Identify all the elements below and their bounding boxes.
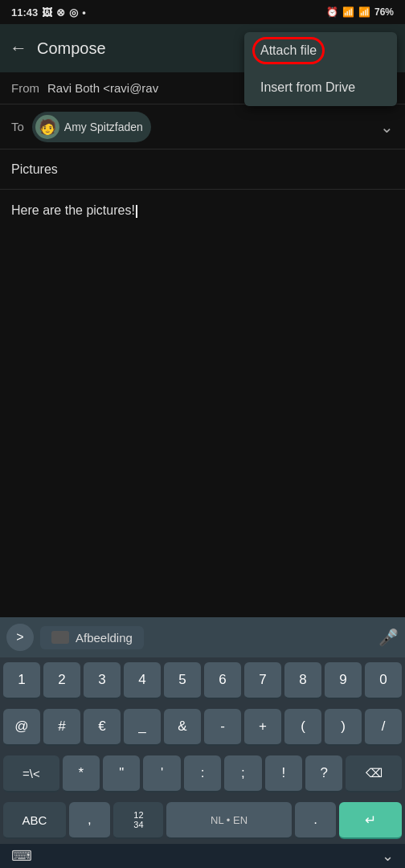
number-row: 1 2 3 4 5 6 7 8 9 0 [0,657,405,704]
key-plus[interactable]: + [244,709,281,746]
key-underscore[interactable]: _ [124,709,161,746]
to-label: To [11,120,24,133]
symbol-row-1: @ # € _ & - + ( ) / [0,704,405,751]
gallery-icon: 🖼 [42,6,52,18]
key-euro[interactable]: € [84,709,121,746]
key-apostrophe[interactable]: ' [143,755,180,792]
key-5[interactable]: 5 [164,662,201,699]
key-1234[interactable]: 1234 [113,802,163,839]
bottom-row: ABC , 1234 NL • EN . ↵ [0,797,405,844]
key-1[interactable]: 1 [3,662,40,699]
key-exclaim[interactable]: ! [265,755,302,792]
status-right: ⏰ 📶 📶 76% [326,6,394,18]
key-special[interactable]: =\< [3,755,59,792]
recipient-chip[interactable]: 🧑 Amy Spitzfaden [32,112,151,142]
key-comma[interactable]: , [69,802,111,839]
key-abc[interactable]: ABC [3,802,66,839]
text-cursor [136,205,137,218]
key-2[interactable]: 2 [43,662,80,699]
image-icon [51,631,69,644]
key-0[interactable]: 0 [365,662,402,699]
to-row[interactable]: To 🧑 Amy Spitzfaden ⌄ [0,104,405,149]
keyboard-area: > Afbeelding 🎤 1 2 3 4 5 6 7 8 9 0 @ # €… [0,617,405,868]
keyboard-icon[interactable]: ⌨ [11,847,32,865]
back-button[interactable]: ← [10,38,27,59]
status-left: 11:43 🖼 ⊗ ◎ • [11,6,86,18]
expand-recipients-button[interactable]: ⌄ [380,117,394,137]
alarm-icon: ⏰ [326,6,338,18]
battery: 76% [374,6,394,18]
key-question[interactable]: ? [305,755,342,792]
enter-button[interactable]: ↵ [339,802,402,839]
key-semicolon[interactable]: ; [224,755,261,792]
key-at[interactable]: @ [3,709,40,746]
sync-icon: ◎ [69,6,78,18]
subject-input[interactable]: Pictures [11,162,58,177]
key-hash[interactable]: # [43,709,80,746]
key-7[interactable]: 7 [244,662,281,699]
suggestion-pill[interactable]: Afbeelding [40,626,144,649]
backspace-button[interactable]: ⌫ [346,755,402,792]
status-bar: 11:43 🖼 ⊗ ◎ • ⏰ 📶 📶 76% [0,0,405,24]
top-bar: ← Compose Attach file Insert from Drive [0,24,405,72]
time: 11:43 [11,6,38,18]
avatar: 🧑 [35,115,59,139]
body-area[interactable]: Here are the pictures! [0,190,405,350]
insert-from-drive-label: Insert from Drive [260,80,355,94]
key-3[interactable]: 3 [84,662,121,699]
key-4[interactable]: 4 [124,662,161,699]
suggestion-expand-button[interactable]: > [6,624,34,651]
insert-from-drive-option[interactable]: Insert from Drive [244,69,397,106]
nav-chevron-down[interactable]: ⌄ [382,847,394,865]
signal-icon: 📶 [358,6,370,18]
mic-button[interactable]: 🎤 [378,628,399,647]
key-slash[interactable]: / [365,709,402,746]
body-input[interactable]: Here are the pictures! [11,203,135,217]
notification-icon: ⊗ [56,6,65,18]
key-space[interactable]: NL • EN [166,802,291,839]
wifi-icon: 📶 [342,6,354,18]
key-colon[interactable]: : [184,755,221,792]
key-open-paren[interactable]: ( [284,709,321,746]
key-minus[interactable]: - [204,709,241,746]
from-value: Ravi Both <ravi@rav [47,81,158,95]
key-quote[interactable]: " [103,755,140,792]
from-label: From [11,81,39,95]
key-period[interactable]: . [295,802,337,839]
suggestion-bar: > Afbeelding 🎤 [0,617,405,657]
attach-file-option[interactable]: Attach file [244,32,397,69]
subject-row[interactable]: Pictures [0,149,405,190]
suggestion-label: Afbeelding [76,631,133,645]
attach-file-label[interactable]: Attach file [260,43,317,57]
dropdown-menu: Attach file Insert from Drive [244,32,397,106]
key-ampersand[interactable]: & [164,709,201,746]
key-9[interactable]: 9 [325,662,362,699]
key-8[interactable]: 8 [284,662,321,699]
key-asterisk[interactable]: * [63,755,100,792]
bottom-nav: ⌨ ⌄ [0,844,405,868]
key-close-paren[interactable]: ) [325,709,362,746]
symbol-row-2: =\< * " ' : ; ! ? ⌫ [0,751,405,797]
key-6[interactable]: 6 [204,662,241,699]
recipient-name: Amy Spitzfaden [64,121,143,133]
dot-icon: • [82,6,86,18]
